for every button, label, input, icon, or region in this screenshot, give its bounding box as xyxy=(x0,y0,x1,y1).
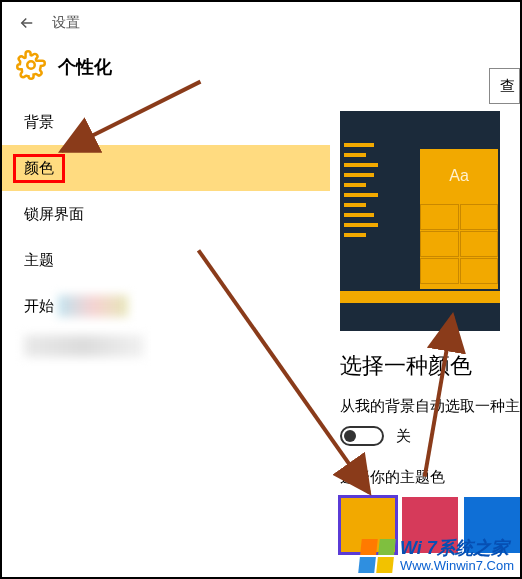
auto-pick-label: 从我的背景自动选取一种主 xyxy=(340,397,520,416)
sidebar-item-label: 开始 xyxy=(24,297,54,316)
sidebar-item-label: 锁屏界面 xyxy=(24,205,84,224)
sidebar-item-label: 主题 xyxy=(24,251,54,270)
choose-color-heading: 选择一种颜色 xyxy=(340,351,520,381)
watermark-url: Www.Winwin7.Com xyxy=(400,559,514,573)
section-title: 个性化 xyxy=(58,55,112,79)
windows-flag-icon xyxy=(358,539,396,573)
censored-block xyxy=(58,295,128,317)
search-button-truncated[interactable]: 查 xyxy=(489,68,520,104)
censored-row xyxy=(2,329,330,363)
section-header: 个性化 xyxy=(2,44,520,97)
back-arrow-icon xyxy=(18,14,36,32)
theme-color-label: 选择你的主题色 xyxy=(340,468,520,487)
content-panel: Aa 选择一种颜色 从我的背景自动选取一种主 关 选择你的主题色 xyxy=(330,97,520,579)
color-preview: Aa xyxy=(340,111,500,331)
sidebar-item-label: 颜色 xyxy=(13,154,65,183)
window-title: 设置 xyxy=(52,14,80,32)
sidebar-item-background[interactable]: 背景 xyxy=(2,99,330,145)
gear-icon xyxy=(16,50,46,83)
svg-point-0 xyxy=(27,61,35,69)
sidebar-item-start[interactable]: 开始 xyxy=(2,283,330,329)
preview-sample-text: Aa xyxy=(420,149,498,203)
auto-color-toggle[interactable] xyxy=(340,426,384,446)
main-area: 背景 颜色 锁屏界面 主题 开始 xyxy=(2,97,520,579)
back-button[interactable] xyxy=(10,6,44,40)
sidebar-item-lockscreen[interactable]: 锁屏界面 xyxy=(2,191,330,237)
sidebar-item-themes[interactable]: 主题 xyxy=(2,237,330,283)
watermark-line1: Wi 7系统之家 xyxy=(400,539,514,559)
watermark: Wi 7系统之家 Www.Winwin7.Com xyxy=(360,539,514,573)
window-header: 设置 xyxy=(2,2,520,44)
sidebar-item-colors[interactable]: 颜色 xyxy=(2,145,330,191)
sidebar: 背景 颜色 锁屏界面 主题 开始 xyxy=(2,97,330,579)
sidebar-item-label: 背景 xyxy=(24,113,54,132)
toggle-state-label: 关 xyxy=(396,427,411,446)
